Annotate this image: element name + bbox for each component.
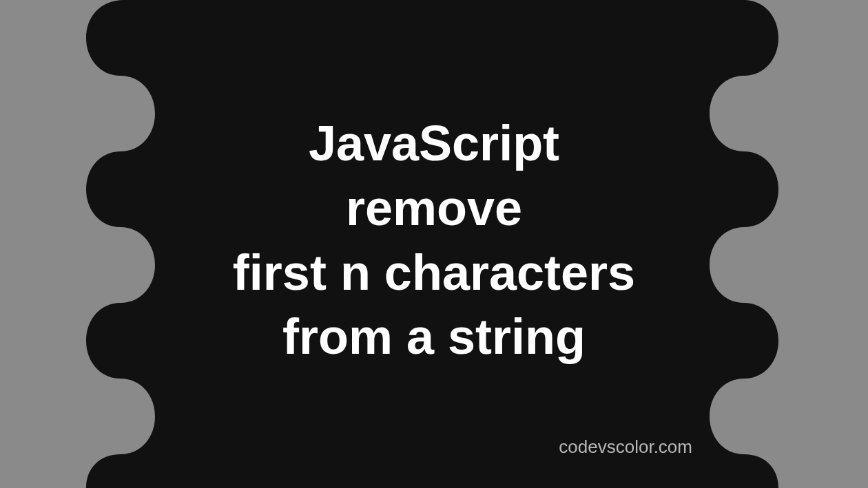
title-text: JavaScript remove first n characters fro… [233,112,635,369]
watermark-text: codevscolor.com [559,436,692,458]
graphic-card: JavaScript remove first n characters fro… [0,0,868,488]
content-area: JavaScript remove first n characters fro… [0,0,868,488]
